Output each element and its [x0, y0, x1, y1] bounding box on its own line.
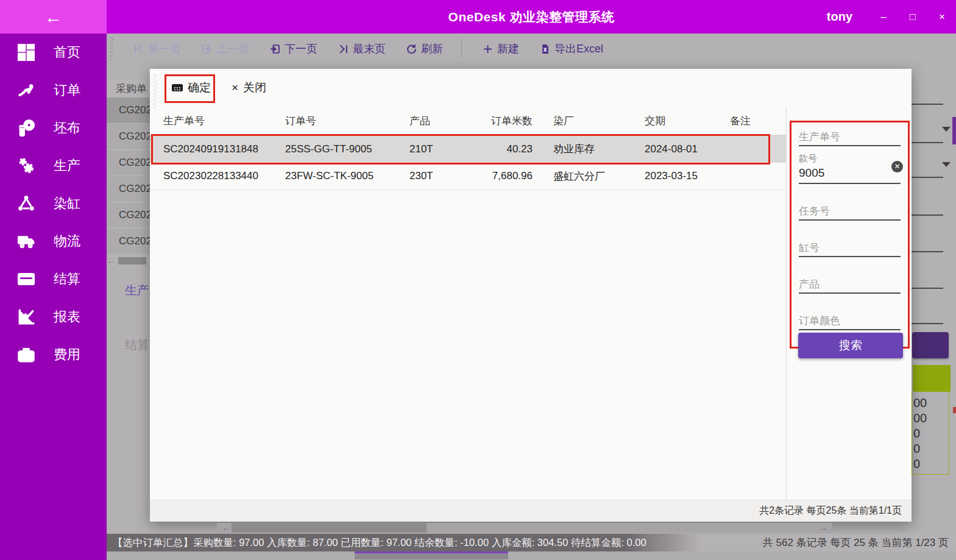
- clear-style-no-button[interactable]: ✕: [891, 161, 903, 172]
- next-page-button[interactable]: 下一页: [270, 41, 317, 56]
- maximize-button[interactable]: □: [906, 11, 919, 23]
- selected-orders-summary: 【选中订单汇总】采购数量: 97.00 入库数量: 87.00 已用数量: 97…: [113, 536, 646, 550]
- scrollbar-thumb[interactable]: [355, 551, 508, 559]
- field-underline: [912, 177, 943, 178]
- purchase-hscrollbar[interactable]: ←: [107, 256, 150, 266]
- table-cell: 23FW-SC-TK-9005: [272, 170, 396, 182]
- minimize-button[interactable]: –: [877, 11, 890, 23]
- scroll-left-arrow-icon[interactable]: ←: [222, 523, 230, 533]
- dye-vat-network-icon: [16, 193, 37, 214]
- dialog-close-button[interactable]: × 关闭: [232, 80, 266, 96]
- close-button[interactable]: ×: [935, 11, 949, 23]
- field-underline: [912, 323, 943, 324]
- background-green-header: [913, 365, 951, 392]
- partial-number: 0: [913, 426, 949, 441]
- search-panel: 款号 9005 ✕ 搜索: [790, 121, 910, 349]
- sidebar-item-label: 染缸: [54, 194, 80, 213]
- sidebar-item-settlement[interactable]: 结算: [0, 260, 107, 298]
- back-button[interactable]: ←: [0, 0, 107, 34]
- sidebar-item-label: 生产: [54, 157, 80, 175]
- fabric-roll-icon: [16, 118, 37, 138]
- dropdown-arrow-icon[interactable]: [942, 127, 951, 132]
- home-grid-icon: [16, 42, 37, 63]
- purchase-row[interactable]: CG202: [107, 124, 150, 150]
- card-icon: [16, 269, 37, 289]
- title-bar: ← OneDesk 劝业染整管理系统 tony – □ ×: [0, 0, 956, 34]
- product-input[interactable]: [799, 278, 901, 291]
- field-underline: [799, 183, 901, 184]
- field-underline: [912, 142, 943, 143]
- sidebar-item-fabric[interactable]: 坯布: [0, 109, 107, 147]
- close-button-label: 关闭: [243, 80, 266, 96]
- toolbar-separator: [461, 40, 462, 58]
- toolbar-grip[interactable]: [110, 37, 113, 60]
- dropdown-arrow-icon[interactable]: [942, 162, 951, 167]
- task-no-field[interactable]: [799, 205, 901, 218]
- sidebar-item-production[interactable]: 生产: [0, 147, 107, 185]
- bottom-hscrollbar[interactable]: [107, 551, 956, 560]
- toolbar-button-label: 导出Excel: [554, 41, 603, 56]
- prev-page-button[interactable]: 上一页: [202, 41, 249, 56]
- sidebar-item-logistics[interactable]: 物流: [0, 222, 107, 260]
- order-color-input[interactable]: [799, 315, 901, 327]
- product-field[interactable]: [799, 278, 901, 291]
- first-page-button[interactable]: 第一页: [133, 41, 181, 56]
- purchase-row[interactable]: CG202: [107, 229, 150, 255]
- purchase-row[interactable]: CG202: [107, 150, 150, 176]
- style-no-value[interactable]: 9005: [799, 166, 824, 180]
- field-underline: [799, 292, 901, 294]
- sidebar-item-label: 报表: [54, 308, 80, 326]
- scrollbar-track[interactable]: ← →: [217, 523, 832, 533]
- sidebar-item-reports[interactable]: 报表: [0, 298, 107, 336]
- production-no-input[interactable]: [799, 131, 901, 143]
- last-page-button[interactable]: 最末页: [338, 41, 386, 56]
- scrollbar-thumb[interactable]: [118, 257, 146, 264]
- sidebar-item-label: 首页: [54, 43, 80, 62]
- production-no-field[interactable]: [799, 131, 901, 143]
- table-header-row: 生产单号 订单号 产品 订单米数 染厂 交期 备注: [150, 107, 786, 135]
- table-cell: SC20230228133440: [150, 170, 272, 182]
- purchase-row[interactable]: CG202: [107, 202, 150, 229]
- table-row-selected[interactable]: SC20240919131848 25SS-GG-TT-9005 210T 40…: [150, 135, 786, 163]
- task-no-input[interactable]: [799, 205, 901, 218]
- export-excel-button[interactable]: 导出Excel: [540, 41, 603, 56]
- plus-icon: [483, 44, 493, 54]
- sidebar-item-label: 结算: [54, 270, 80, 288]
- partial-number: 0: [913, 456, 949, 472]
- table-cell: 2024-08-01: [631, 143, 717, 155]
- sidebar-item-label: 物流: [54, 232, 80, 250]
- refresh-button[interactable]: 刷新: [406, 41, 443, 56]
- table-cell: SC20240919131848: [150, 143, 272, 155]
- table-row[interactable]: SC20230228133440 23FW-SC-TK-9005 230T 7,…: [150, 163, 786, 190]
- confirm-button[interactable]: 确定: [172, 80, 211, 96]
- sidebar-item-expenses[interactable]: 费用: [0, 336, 107, 374]
- close-x-icon: ×: [232, 81, 238, 94]
- vat-no-field[interactable]: [799, 242, 901, 254]
- sidebar-item-dye-vat[interactable]: 染缸: [0, 185, 107, 222]
- table-cell: 25SS-GG-TT-9005: [272, 143, 396, 155]
- select-production-order-dialog: 确定 × 关闭 生产单号 订单号 产品 订单米数 染厂 交期 备注 SC2024…: [150, 69, 912, 522]
- table-cell: 劝业库存: [540, 142, 631, 156]
- background-section-settlement: 结算: [125, 337, 149, 353]
- background-purple-button[interactable]: [912, 332, 949, 358]
- search-button[interactable]: 搜索: [798, 333, 903, 358]
- partial-number: 00: [913, 411, 949, 426]
- sidebar-item-label: 费用: [54, 346, 80, 364]
- scroll-right-arrow-icon[interactable]: →: [819, 523, 827, 533]
- new-button[interactable]: 新建: [483, 41, 519, 56]
- prev-page-icon: [202, 44, 212, 54]
- order-color-field[interactable]: [799, 315, 901, 327]
- scrollbar-thumb[interactable]: [232, 523, 427, 533]
- purchase-row[interactable]: CG202: [107, 176, 150, 202]
- last-page-icon: [338, 44, 349, 54]
- purchase-list-background: 采购单 CG202 CG202 CG202 CG202 CG202 CG202 …: [107, 80, 150, 421]
- briefcase-icon: [16, 344, 37, 365]
- refresh-icon: [406, 44, 417, 54]
- confirm-grid-icon: [172, 83, 183, 93]
- field-underline: [912, 288, 943, 289]
- purchase-row[interactable]: CG202: [107, 97, 150, 124]
- user-name[interactable]: tony: [827, 10, 852, 24]
- sidebar-item-orders[interactable]: 订单: [0, 71, 107, 109]
- sidebar-item-home[interactable]: 首页: [0, 34, 107, 71]
- vat-no-input[interactable]: [799, 242, 901, 254]
